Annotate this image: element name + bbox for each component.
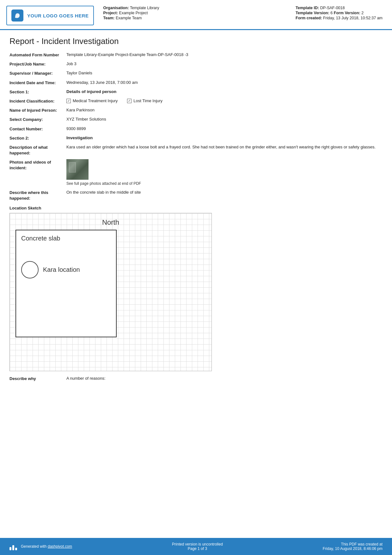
- page-footer: Generated with dashpivot.com Printed ver…: [0, 538, 392, 555]
- location-sketch-label: Location Sketch: [9, 206, 383, 210]
- describe-why-label: Describe why: [9, 376, 66, 382]
- project-job-label: Project/Job Name:: [9, 61, 66, 67]
- header-org: Organisation: Template Library: [103, 6, 286, 10]
- description-row: Description of what happened: Kara used …: [9, 144, 383, 156]
- incident-date-label: Incident Date and Time:: [9, 80, 66, 86]
- sketch-concrete-label: Concrete slab: [21, 235, 111, 242]
- footer-center: Printed version is uncontrolled Page 1 o…: [172, 542, 223, 551]
- select-company-value: XYZ Timber Solutions: [66, 116, 383, 122]
- describe-where-row: Describe where this happened: On the con…: [9, 190, 383, 201]
- sketch-circle: [21, 261, 39, 278]
- incident-date-row: Incident Date and Time: Wednesday, 13 Ju…: [9, 80, 383, 86]
- photo-caption: See full page photos attached at end of …: [66, 181, 383, 186]
- footer-right: This PDF was created at Friday, 10 Augus…: [323, 542, 383, 551]
- header-team: Team: Example Team: [103, 16, 286, 20]
- footer-logo-icon: [9, 543, 18, 550]
- incident-classification-value: ✓ Medical Treatment Injury ✓ Lost Time I…: [66, 98, 383, 104]
- photo-thumbnail-image: [66, 159, 89, 180]
- select-company-row: Select Company: XYZ Timber Solutions: [9, 116, 383, 122]
- contact-number-label: Contact Number:: [9, 126, 66, 132]
- footer-right-date: Friday, 10 August 2018, 8:46:06 pm: [323, 546, 383, 551]
- incident-classification-label: Incident Classification:: [9, 98, 66, 104]
- section1-label: Section 1:: [9, 89, 66, 95]
- checkbox-lost-time: ✓: [127, 99, 132, 103]
- classification-item-1: ✓ Medical Treatment Injury: [66, 98, 118, 104]
- photos-row: Photos and videos of incident: See full …: [9, 159, 383, 186]
- location-sketch: North Concrete slab Kara location: [9, 213, 212, 371]
- supervisor-row: Supervisor / Manager: Taylor Daniels: [9, 70, 383, 76]
- project-job-row: Project/Job Name: Job 3: [9, 61, 383, 67]
- logo-icon: [11, 9, 23, 22]
- photos-label: Photos and videos of incident:: [9, 159, 66, 171]
- describe-where-value: On the concrete slab in the middle of si…: [66, 190, 383, 195]
- logo-text: YOUR LOGO GOES HERE: [27, 13, 89, 18]
- main-content: Report - Incident Investigation Automate…: [0, 30, 392, 410]
- name-injured-label: Name of Injured Person:: [9, 107, 66, 113]
- footer-bar-2: [12, 545, 14, 550]
- classification-lost-time-label: Lost Time Injury: [133, 98, 162, 104]
- sketch-concrete-box: Concrete slab Kara location: [15, 230, 117, 337]
- incident-date-value: Wednesday, 13 June 2018, 7:00:00 am: [66, 80, 383, 85]
- name-injured-row: Name of Injured Person: Kara Parkinson: [9, 107, 383, 113]
- section2-value: Investigation: [66, 135, 383, 141]
- footer-link[interactable]: dashpivot.com: [48, 544, 72, 549]
- contact-number-row: Contact Number: 9300 8899: [9, 126, 383, 132]
- automated-form-number-label: Automated Form Number: [9, 52, 66, 58]
- section1-value: Details of injured person: [66, 89, 383, 95]
- footer-generated-text: Generated with dashpivot.com: [21, 544, 72, 549]
- classification-list: ✓ Medical Treatment Injury ✓ Lost Time I…: [66, 98, 383, 104]
- footer-uncontrolled-text: Printed version is uncontrolled: [172, 542, 223, 546]
- footer-bar-1: [9, 547, 11, 550]
- name-injured-value: Kara Parkinson: [66, 107, 383, 113]
- describe-why-value: A number of reasons:: [66, 376, 383, 381]
- logo-area: YOUR LOGO GOES HERE: [6, 6, 94, 25]
- sketch-kara-label: Kara location: [43, 266, 80, 273]
- header-template-id: Template ID: DP-SAF-0018: [296, 6, 383, 10]
- sketch-north: North: [15, 218, 206, 227]
- sketch-kara-area: Kara location: [21, 261, 111, 278]
- classification-item-2: ✓ Lost Time Injury: [127, 98, 162, 104]
- page-header: YOUR LOGO GOES HERE Organisation: Templa…: [0, 0, 392, 30]
- footer-bar-3: [15, 548, 17, 550]
- photo-thumbnail: [66, 159, 89, 180]
- describe-where-label: Describe where this happened:: [9, 190, 66, 201]
- automated-form-number-value: Template Library-Example Project-Example…: [66, 52, 383, 58]
- header-template-version: Template Version: 6 Form Version: 2: [296, 11, 383, 15]
- classification-medical-label: Medical Treatment Injury: [73, 98, 118, 104]
- section2-row: Section 2: Investigation: [9, 135, 383, 141]
- project-job-value: Job 3: [66, 61, 383, 67]
- section1-row: Section 1: Details of injured person: [9, 89, 383, 95]
- sketch-inner: North Concrete slab Kara location: [10, 213, 211, 342]
- header-right: Template ID: DP-SAF-0018 Template Versio…: [296, 6, 383, 21]
- contact-number-value: 9300 8899: [66, 126, 383, 132]
- header-center: Organisation: Template Library Project: …: [94, 6, 296, 21]
- select-company-label: Select Company:: [9, 116, 66, 122]
- section2-label: Section 2:: [9, 135, 66, 141]
- footer-page-text: Page 1 of 3: [172, 546, 223, 551]
- photos-value: See full page photos attached at end of …: [66, 159, 383, 186]
- describe-why-row: Describe why A number of reasons:: [9, 376, 383, 382]
- header-form-created: Form created: Friday, 13 July 2018, 10:5…: [296, 16, 383, 20]
- incident-classification-row: Incident Classification: ✓ Medical Treat…: [9, 98, 383, 104]
- footer-left: Generated with dashpivot.com: [9, 543, 72, 550]
- automated-form-number-row: Automated Form Number Template Library-E…: [9, 52, 383, 58]
- checkbox-medical: ✓: [66, 99, 71, 103]
- report-title: Report - Incident Investigation: [9, 36, 383, 46]
- footer-right-text: This PDF was created at: [323, 542, 383, 546]
- header-project: Project: Example Project: [103, 11, 286, 15]
- supervisor-label: Supervisor / Manager:: [9, 70, 66, 76]
- supervisor-value: Taylor Daniels: [66, 70, 383, 76]
- description-label: Description of what happened:: [9, 144, 66, 156]
- description-value: Kara used an older grinder which had a l…: [66, 144, 383, 150]
